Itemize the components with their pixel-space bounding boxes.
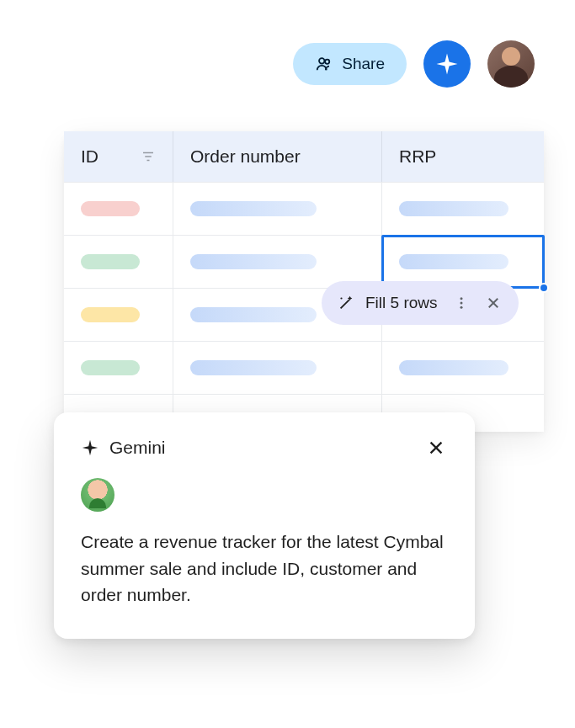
svg-point-6 — [460, 297, 462, 300]
placeholder-pill — [81, 360, 140, 375]
gemini-panel-header: Gemini — [81, 436, 448, 460]
magic-wand-icon — [337, 294, 355, 312]
gemini-badge-button[interactable] — [423, 40, 471, 88]
svg-point-8 — [460, 306, 462, 309]
share-label: Share — [342, 55, 385, 73]
people-icon — [315, 55, 333, 73]
cell-id[interactable] — [64, 289, 173, 341]
share-button[interactable]: Share — [293, 43, 407, 85]
column-header-rrp[interactable]: RRP — [382, 131, 544, 182]
gemini-title: Gemini — [81, 438, 166, 458]
svg-point-5 — [340, 297, 342, 299]
placeholder-pill — [81, 307, 140, 322]
fill-rows-label[interactable]: Fill 5 rows — [360, 294, 443, 312]
gemini-prompt-text: Create a revenue tracker for the latest … — [81, 529, 448, 608]
placeholder-pill — [399, 254, 508, 269]
fill-popup-close-button[interactable] — [480, 290, 507, 316]
column-header-id-label: ID — [81, 146, 98, 167]
close-icon — [486, 295, 501, 311]
table-header-row: ID Order number RRP — [64, 131, 544, 182]
placeholder-pill — [399, 201, 508, 216]
table-row — [64, 182, 544, 235]
cell-order[interactable] — [173, 342, 382, 394]
cell-rrp[interactable] — [382, 342, 544, 394]
placeholder-pill — [81, 201, 140, 216]
table-row — [64, 235, 544, 288]
cell-order[interactable] — [173, 236, 382, 288]
cell-id[interactable] — [64, 236, 173, 288]
column-header-order-number[interactable]: Order number — [173, 131, 382, 182]
column-header-rrp-label: RRP — [399, 146, 436, 167]
cell-order[interactable] — [173, 183, 382, 235]
fill-rows-popup: Fill 5 rows — [322, 281, 519, 325]
placeholder-pill — [190, 201, 317, 216]
column-header-order-label: Order number — [190, 146, 301, 167]
sparkle-icon — [81, 438, 99, 457]
svg-point-1 — [325, 60, 329, 64]
table-row — [64, 341, 544, 394]
prompt-user-avatar — [81, 478, 114, 512]
cell-id[interactable] — [64, 342, 173, 394]
sparkle-icon — [434, 51, 460, 77]
gemini-close-button[interactable] — [424, 436, 448, 460]
svg-point-7 — [460, 302, 462, 305]
topbar: Share — [293, 40, 535, 88]
placeholder-pill — [190, 360, 317, 375]
cell-rrp[interactable] — [382, 183, 544, 235]
user-avatar[interactable] — [487, 40, 535, 88]
column-header-id[interactable]: ID — [64, 131, 173, 182]
more-vertical-icon — [454, 295, 469, 311]
cell-rrp-selected[interactable] — [382, 236, 544, 288]
placeholder-pill — [81, 254, 140, 269]
close-icon — [427, 438, 445, 457]
placeholder-pill — [399, 360, 508, 375]
gemini-title-label: Gemini — [109, 438, 166, 458]
filter-icon[interactable] — [141, 149, 156, 164]
placeholder-pill — [190, 254, 317, 269]
gemini-panel: Gemini Create a revenue tracker for the … — [54, 412, 475, 639]
placeholder-pill — [190, 307, 317, 322]
cell-id[interactable] — [64, 183, 173, 235]
svg-point-0 — [319, 58, 324, 63]
more-options-button[interactable] — [448, 290, 475, 316]
